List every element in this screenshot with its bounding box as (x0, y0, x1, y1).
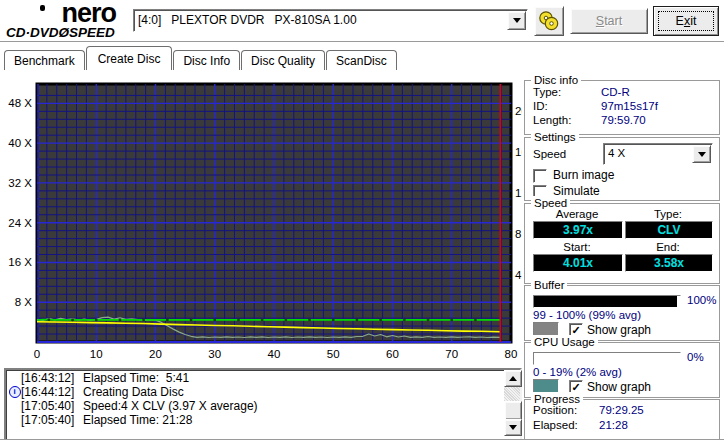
svg-text:24 X: 24 X (8, 217, 32, 229)
log-rows: [16:43:12] Elapsed Time: 5:41 i [16:44:1… (8, 371, 502, 439)
scroll-down-button[interactable] (504, 419, 522, 436)
brand-text: nero (6, 1, 130, 26)
speed-group: Speed Average Type: 3.97x CLV Start: End… (524, 203, 720, 284)
speed-graph: 8 X16 X24 X32 X40 X48 X48121620010203040… (2, 74, 522, 370)
svg-text:20: 20 (149, 348, 162, 360)
svg-text:4: 4 (515, 269, 522, 281)
buffer-title: Buffer (531, 278, 567, 292)
exit-button[interactable]: Exit (653, 6, 719, 36)
svg-text:60: 60 (386, 348, 399, 360)
svg-text:30: 30 (208, 348, 221, 360)
tab-create-disc[interactable]: Create Disc (86, 46, 173, 70)
disc-info-title: Disc info (531, 73, 581, 87)
svg-text:32 X: 32 X (8, 177, 32, 189)
drive-select-dropdown-button[interactable] (507, 11, 526, 30)
buffer-group: Buffer 100% 99 - 100% (99% avg) ✓ Show g… (524, 285, 720, 341)
log-row[interactable]: [16:43:12] Elapsed Time: 5:41 (8, 371, 502, 385)
discs-icon (538, 10, 560, 32)
disc-length-value: 79:59.70 (601, 114, 646, 127)
toolbar: nero CD·DVDØSPEED [4:0] PLEXTOR DVDR PX-… (0, 0, 724, 41)
svg-text:0: 0 (34, 348, 40, 360)
position-value: 79:29.25 (599, 404, 644, 417)
cpu-usage-group: CPU Usage 0% 0 - 19% (2% avg) ✓ Show gra… (524, 342, 720, 398)
burn-image-checkbox[interactable] (533, 169, 547, 183)
disc-glyph-icon: Ø (59, 25, 70, 40)
drive-select[interactable]: [4:0] PLEXTOR DVDR PX-810SA 1.00 (133, 9, 528, 32)
nero-logo: nero CD·DVDØSPEED (6, 1, 130, 40)
start-button[interactable]: Start (570, 8, 648, 34)
end-speed-display: 3.58x (625, 254, 713, 272)
cpu-progress-bar (533, 352, 681, 365)
settings-title: Settings (531, 130, 579, 144)
svg-text:12: 12 (515, 187, 522, 199)
speed-select[interactable]: 4 X (603, 143, 713, 165)
svg-text:40 X: 40 X (8, 137, 32, 149)
speed-select-dropdown-button[interactable] (692, 145, 711, 163)
progress-group: Progress Position: 79:29.25 Elapsed: 21:… (524, 399, 720, 440)
svg-text:48 X: 48 X (8, 97, 32, 109)
svg-text:40: 40 (268, 348, 281, 360)
svg-text:8 X: 8 X (15, 296, 33, 308)
product-text: CD·DVDØSPEED (6, 26, 130, 40)
tab-benchmark[interactable]: Benchmark (4, 50, 85, 70)
tab-scandisc[interactable]: ScanDisc (326, 50, 397, 70)
toolbar-divider (0, 41, 724, 43)
nero-cd-dvd-speed-window: nero CD·DVDØSPEED [4:0] PLEXTOR DVDR PX-… (0, 0, 724, 441)
cpu-title: CPU Usage (531, 335, 598, 349)
nero-logo-flame-dot (40, 5, 45, 11)
buffer-percent: 100% (687, 294, 716, 306)
speed-select-value: 4 X (608, 147, 692, 159)
log-row[interactable]: [17:05:40] Speed:4 X CLV (3.97 X average… (8, 399, 502, 413)
focus-rectangle (658, 11, 714, 31)
svg-text:16 X: 16 X (8, 256, 32, 268)
svg-text:20: 20 (515, 105, 522, 117)
chevron-down-icon (698, 152, 706, 157)
start-speed-display: 4.01x (533, 254, 623, 272)
scrollbar-thumb[interactable] (504, 401, 522, 420)
disc-eject-button[interactable] (534, 6, 564, 36)
status-log: [16:43:12] Elapsed Time: 5:41 i [16:44:1… (4, 368, 522, 441)
svg-text:10: 10 (90, 348, 103, 360)
svg-text:16: 16 (515, 146, 522, 158)
arrow-down-icon (509, 425, 517, 430)
average-speed-display: 3.97x (533, 221, 623, 239)
disc-info-group: Disc info Type: CD-R ID: 97m15s17f Lengt… (524, 80, 720, 135)
disc-type-value: CD-R (601, 86, 630, 99)
log-row[interactable]: i [16:44:12] Creating Data Disc (8, 385, 502, 399)
speed-type-display: CLV (625, 221, 713, 239)
disc-id-value: 97m15s17f (601, 100, 658, 113)
cpu-range: 0 - 19% (2% avg) (533, 366, 622, 378)
chevron-down-icon (513, 18, 521, 23)
svg-text:50: 50 (327, 348, 340, 360)
svg-text:8: 8 (515, 228, 521, 240)
log-scrollbar[interactable] (504, 370, 520, 436)
tab-disc-info[interactable]: Disc Info (173, 50, 240, 70)
tab-bar: Benchmark Create Disc Disc Info Disc Qua… (4, 46, 398, 70)
log-row[interactable]: [17:05:40] Elapsed Time: 21:28 (8, 413, 502, 427)
cpu-percent: 0% (687, 351, 704, 363)
svg-text:80: 80 (505, 348, 518, 360)
tab-disc-quality[interactable]: Disc Quality (241, 50, 325, 70)
buffer-range: 99 - 100% (99% avg) (533, 309, 641, 321)
drive-select-value: [4:0] PLEXTOR DVDR PX-810SA 1.00 (138, 13, 507, 27)
svg-text:70: 70 (445, 348, 458, 360)
speed-chart-canvas: 8 X16 X24 X32 X40 X48 X48121620010203040… (2, 74, 522, 366)
buffer-progress-bar (533, 295, 681, 308)
info-icon: i (9, 386, 21, 398)
scroll-up-button[interactable] (504, 370, 522, 387)
elapsed-value: 21:28 (599, 419, 628, 432)
arrow-up-icon (509, 376, 517, 381)
settings-group: Settings Speed 4 X Burn image Simulate (524, 137, 720, 201)
